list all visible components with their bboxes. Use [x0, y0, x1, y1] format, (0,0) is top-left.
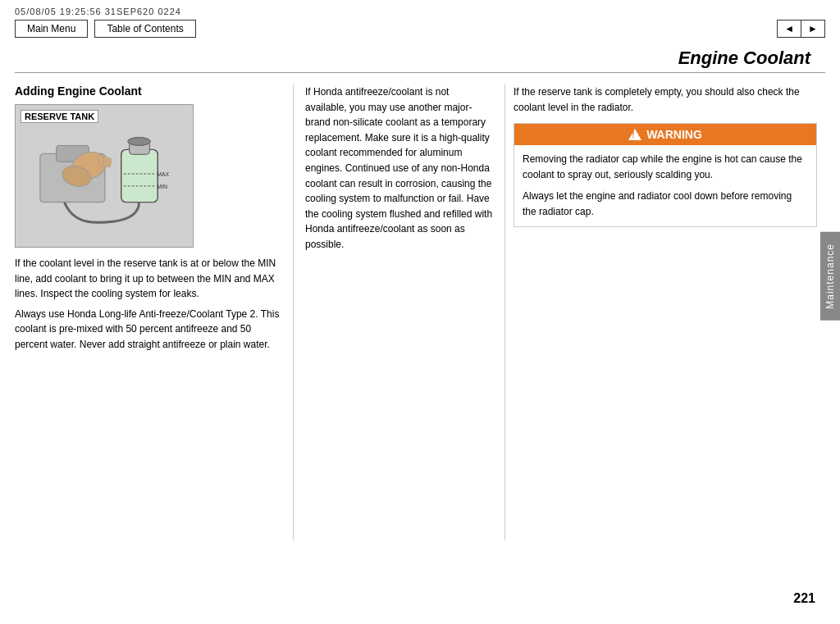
header-nav-row: Main Menu Table of Contents ◄ ►: [0, 16, 840, 43]
svg-text:MAX: MAX: [157, 171, 169, 177]
reserve-tank-image-box: RESERVE TANK MAX MIN: [15, 104, 194, 248]
svg-point-5: [128, 138, 151, 146]
left-paragraph: If the coolant level in the reserve tank…: [15, 256, 285, 302]
svg-text:MIN: MIN: [157, 184, 167, 189]
warning-paragraph-2: Always let the engine and radiator cool …: [523, 189, 808, 219]
svg-rect-3: [121, 149, 158, 202]
left-paragraph-2: Always use Honda Long-life Anti-freeze/C…: [15, 307, 285, 353]
right-intro-text: If the reserve tank is completely empty,…: [514, 84, 817, 115]
warning-paragraph-1: Removing the radiator cap while the engi…: [523, 152, 808, 182]
page-title-area: Engine Coolant: [15, 43, 825, 73]
warning-label: WARNING: [646, 128, 702, 141]
header-timestamp: 05/08/05 19:25:56 31SEP620 0224: [15, 7, 181, 16]
table-of-contents-button[interactable]: Table of Contents: [94, 20, 195, 38]
maintenance-side-tab: Maintenance: [820, 232, 840, 321]
right-column: If the reserve tank is completely empty,…: [505, 84, 825, 540]
svg-rect-14: [107, 157, 112, 167]
warning-header: WARNING: [514, 124, 816, 145]
left-body-text: If the coolant level in the reserve tank…: [15, 256, 285, 353]
content-area: Adding Engine Coolant RESERVE TANK MAX: [15, 73, 825, 540]
section-heading: Adding Engine Coolant: [15, 84, 285, 98]
warning-body: Removing the radiator cap while the engi…: [514, 145, 816, 225]
header-top-row: 05/08/05 19:25:56 31SEP620 0224: [0, 0, 840, 16]
reserve-tank-label: RESERVE TANK: [21, 110, 98, 123]
next-page-button[interactable]: ►: [801, 20, 824, 37]
middle-body-text: If Honda antifreeze/coolant is not avail…: [305, 84, 493, 253]
nav-buttons-group: Main Menu Table of Contents: [15, 20, 196, 38]
reserve-tank-illustration: MAX MIN: [16, 105, 193, 247]
warning-triangle-icon: [628, 129, 641, 140]
left-column: Adding Engine Coolant RESERVE TANK MAX: [15, 84, 294, 540]
page-title: Engine Coolant: [678, 48, 810, 68]
prev-page-button[interactable]: ◄: [778, 20, 801, 37]
middle-column: If Honda antifreeze/coolant is not avail…: [294, 84, 505, 540]
page-number: 221: [793, 591, 815, 606]
warning-box: WARNING Removing the radiator cap while …: [514, 123, 817, 226]
main-menu-button[interactable]: Main Menu: [15, 20, 88, 38]
arrow-nav: ◄ ►: [777, 20, 825, 38]
